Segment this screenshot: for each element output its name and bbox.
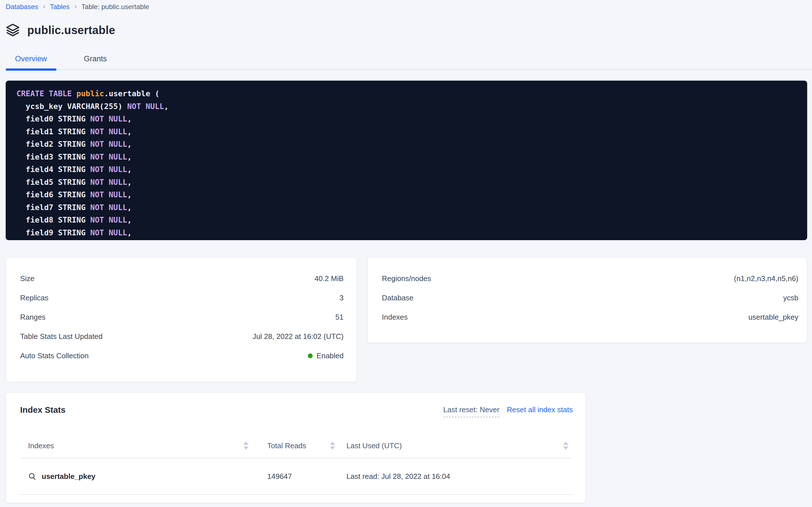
sql-line: field3 STRING NOT NULL, — [16, 151, 796, 164]
summary-label: Indexes — [382, 313, 408, 322]
summary-value: 51 — [335, 313, 343, 322]
index-name: usertable_pkey — [42, 472, 95, 481]
column-header-last-used[interactable]: Last Used (UTC) — [347, 441, 573, 450]
breadcrumb-chevron-icon: › — [74, 3, 77, 10]
search-icon — [28, 472, 37, 481]
summary-label: Replicas — [20, 293, 49, 302]
summary-value: Enabled — [308, 351, 343, 360]
summary-label: Size — [20, 274, 35, 283]
sql-line: field0 STRING NOT NULL, — [16, 113, 796, 125]
tab-bar: OverviewGrants — [6, 54, 812, 70]
summary-row: Replicas3 — [20, 288, 343, 307]
summary-row: Size40.2 MiB — [20, 269, 343, 288]
summary-value: Jul 28, 2022 at 16:02 (UTC) — [252, 332, 343, 341]
reset-index-stats-link[interactable]: Reset all index stats — [507, 405, 573, 414]
database-summary-card: Regions/nodes(n1,n2,n3,n4,n5,n6)Database… — [367, 257, 807, 343]
sql-line: field9 STRING NOT NULL, — [16, 227, 796, 239]
sql-line: field2 STRING NOT NULL, — [16, 138, 796, 151]
table-details-page: Databases›Tables›Table: public.usertable… — [0, 0, 812, 507]
table-summary-card: Size40.2 MiBReplicas3Ranges51Table Stats… — [6, 257, 357, 382]
breadcrumb: Databases›Tables›Table: public.usertable — [6, 2, 807, 11]
breadcrumb-item-table-public-usertable: Table: public.usertable — [81, 3, 149, 11]
sql-line: ycsb_key VARCHAR(255) NOT NULL, — [16, 100, 796, 113]
index-table-body: usertable_pkey149647Last read: Jul 28, 2… — [20, 458, 573, 495]
summary-row: Databaseycsb — [382, 288, 798, 307]
breadcrumb-item-databases[interactable]: Databases — [6, 3, 38, 11]
index-stats-header: Index Stats Last reset: Never Reset all … — [20, 405, 573, 417]
summary-value: (n1,n2,n3,n4,n5,n6) — [734, 274, 798, 283]
summary-label: Regions/nodes — [382, 274, 431, 283]
summary-label: Auto Stats Collection — [20, 351, 88, 360]
column-label: Last Used (UTC) — [347, 441, 402, 450]
index-stats-title: Index Stats — [20, 405, 66, 415]
tab-grants[interactable]: Grants — [75, 54, 116, 64]
summary-row: Ranges51 — [20, 307, 343, 327]
column-label: Indexes — [28, 441, 54, 450]
sql-line: field6 STRING NOT NULL, — [16, 188, 796, 201]
index-table-row: usertable_pkey149647Last read: Jul 28, 2… — [20, 458, 573, 495]
index-stats-table: Indexes Total Reads Last Used (UTC) user… — [20, 434, 573, 495]
page-title: public.usertable — [27, 24, 115, 37]
index-total-reads: 149647 — [249, 472, 347, 481]
sql-line: CREATE TABLE public.usertable ( — [16, 88, 796, 100]
summary-row: Indexesusertable_pkey — [382, 307, 798, 327]
sql-line: field5 STRING NOT NULL, — [16, 176, 796, 189]
column-header-indexes[interactable]: Indexes — [20, 441, 249, 450]
summary-row: Auto Stats CollectionEnabled — [20, 346, 343, 365]
breadcrumb-item-tables[interactable]: Tables — [50, 3, 69, 11]
breadcrumb-chevron-icon: › — [43, 3, 45, 10]
index-stats-card: Index Stats Last reset: Never Reset all … — [6, 392, 586, 503]
index-name-cell[interactable]: usertable_pkey — [20, 472, 249, 481]
summary-cards-row: Size40.2 MiBReplicas3Ranges51Table Stats… — [6, 257, 807, 382]
summary-value: usertable_pkey — [748, 313, 798, 322]
summary-label: Table Stats Last Updated — [20, 332, 103, 341]
page-header: public.usertable — [6, 22, 807, 38]
summary-label: Ranges — [20, 313, 46, 322]
summary-row: Regions/nodes(n1,n2,n3,n4,n5,n6) — [382, 269, 798, 288]
sql-line: field1 STRING NOT NULL, — [16, 125, 796, 138]
sort-arrows-icon — [563, 442, 568, 450]
sort-arrows-icon — [243, 442, 249, 450]
sql-line: field4 STRING NOT NULL, — [16, 163, 796, 176]
summary-value: 40.2 MiB — [314, 274, 343, 283]
summary-label: Database — [382, 293, 414, 302]
tab-overview[interactable]: Overview — [6, 54, 56, 64]
sql-line: field7 STRING NOT NULL, — [16, 201, 796, 214]
summary-value: 3 — [339, 293, 343, 302]
column-header-total-reads[interactable]: Total Reads — [249, 441, 347, 450]
index-table-header: Indexes Total Reads Last Used (UTC) — [20, 434, 573, 458]
column-label: Total Reads — [267, 441, 306, 450]
summary-value: ycsb — [783, 293, 798, 302]
table-stack-icon — [6, 23, 20, 37]
index-last-used: Last read: Jul 28, 2022 at 16:04 — [347, 472, 573, 481]
create-statement-box[interactable]: CREATE TABLE public.usertable ( ycsb_key… — [6, 80, 807, 240]
summary-row: Table Stats Last UpdatedJul 28, 2022 at … — [20, 327, 343, 346]
sort-arrows-icon — [330, 442, 335, 450]
status-dot-icon — [308, 353, 313, 358]
sql-line: field8 STRING NOT NULL, — [16, 214, 796, 227]
index-stats-actions: Last reset: Never Reset all index stats — [443, 405, 573, 417]
last-reset-label: Last reset: Never — [443, 405, 499, 417]
